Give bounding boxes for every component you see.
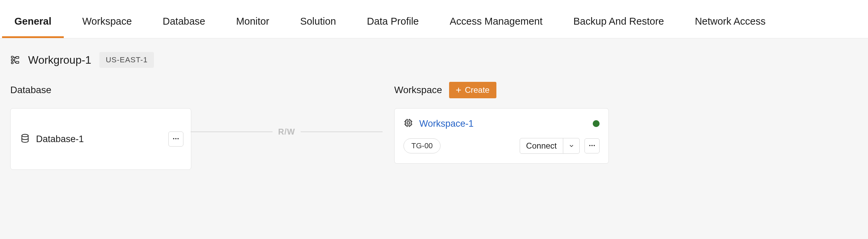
database-more-button[interactable] — [168, 131, 183, 147]
svg-rect-9 — [406, 120, 411, 126]
workspace-section-header: Workspace + Create — [394, 81, 609, 99]
connect-button[interactable]: Connect — [520, 138, 580, 154]
workspace-card-left: Workspace-1 — [403, 118, 474, 129]
svg-point-12 — [591, 145, 593, 146]
tab-access-management[interactable]: Access Management — [450, 5, 543, 38]
tab-data-profile[interactable]: Data Profile — [367, 5, 419, 38]
svg-rect-0 — [11, 56, 13, 58]
database-card[interactable]: Database-1 — [10, 108, 191, 170]
connector-label: R/W — [273, 127, 301, 137]
tab-database[interactable]: Database — [163, 5, 205, 38]
tab-general[interactable]: General — [14, 5, 51, 38]
svg-point-7 — [175, 138, 177, 139]
svg-point-11 — [589, 145, 591, 146]
region-badge: US-EAST-1 — [99, 52, 154, 68]
svg-rect-1 — [11, 59, 13, 61]
create-workspace-button[interactable]: + Create — [449, 82, 496, 98]
workspace-name-link[interactable]: Workspace-1 — [419, 118, 474, 129]
connector-line: R/W — [191, 131, 383, 132]
workspace-card-top: Workspace-1 — [403, 118, 600, 129]
database-section-header: Database — [10, 81, 202, 99]
chip-icon — [403, 118, 413, 129]
workspace-card-bottom: TG-00 Connect — [403, 138, 600, 154]
sections-row: Database Database-1 — [0, 75, 868, 170]
database-section-title: Database — [10, 85, 51, 96]
more-icon — [588, 142, 596, 150]
more-icon — [172, 135, 180, 143]
plus-icon: + — [456, 85, 461, 95]
svg-point-8 — [178, 138, 179, 139]
tab-backup-and-restore[interactable]: Backup And Restore — [574, 5, 664, 38]
workgroup-header: Workgroup-1 US-EAST-1 — [0, 38, 868, 75]
workgroup-name: Workgroup-1 — [28, 54, 91, 66]
workspace-card: Workspace-1 TG-00 Connect — [394, 108, 609, 164]
workgroup-icon — [10, 55, 20, 65]
svg-point-5 — [22, 134, 28, 137]
workspace-section-title: Workspace — [394, 85, 442, 96]
svg-point-6 — [173, 138, 174, 139]
workspace-actions: Connect — [520, 138, 600, 154]
svg-rect-2 — [11, 62, 13, 64]
create-button-label: Create — [465, 85, 490, 95]
database-icon — [20, 134, 30, 144]
workspace-tag: TG-00 — [403, 138, 441, 153]
workspace-section: Workspace + Create Workspace-1 — [394, 81, 609, 164]
connect-button-label: Connect — [520, 138, 563, 153]
svg-rect-4 — [16, 61, 19, 63]
tab-monitor[interactable]: Monitor — [236, 5, 269, 38]
tab-workspace[interactable]: Workspace — [82, 5, 132, 38]
tab-solution[interactable]: Solution — [300, 5, 336, 38]
workspace-more-button[interactable] — [584, 138, 600, 153]
svg-point-13 — [594, 145, 595, 146]
chevron-down-icon[interactable] — [563, 138, 579, 153]
database-name: Database-1 — [36, 134, 84, 144]
database-section: Database Database-1 — [10, 81, 202, 170]
database-card-left: Database-1 — [20, 134, 84, 144]
tab-bar: General Workspace Database Monitor Solut… — [0, 0, 868, 38]
svg-rect-10 — [407, 122, 410, 124]
svg-rect-3 — [16, 56, 19, 58]
tab-network-access[interactable]: Network Access — [695, 5, 765, 38]
status-indicator — [593, 120, 600, 127]
